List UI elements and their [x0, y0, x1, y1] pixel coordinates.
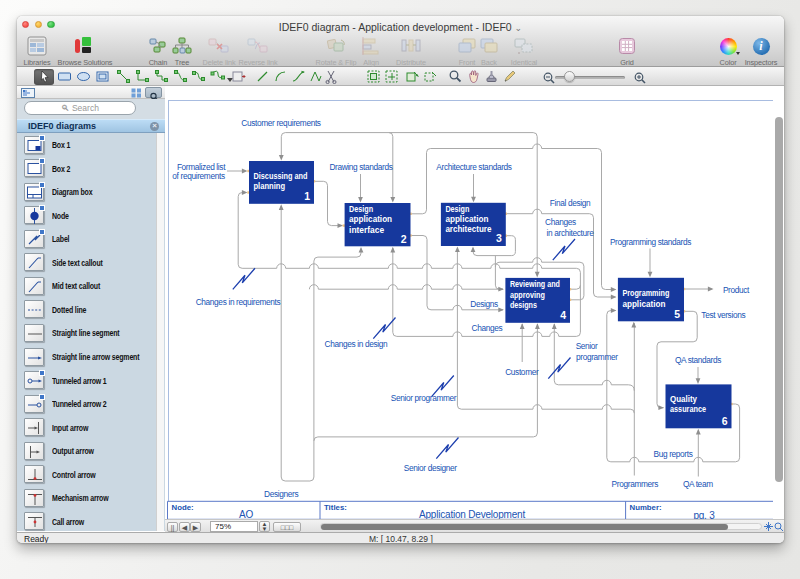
svg-text:Designs: Designs — [470, 299, 498, 309]
svg-text:Design: Design — [445, 204, 469, 214]
svg-text:Programming: Programming — [622, 288, 669, 298]
svg-text:Discussing and: Discussing and — [254, 171, 308, 181]
svg-text:QA standards: QA standards — [675, 355, 721, 365]
svg-text:programmer: programmer — [576, 352, 618, 362]
svg-text:application: application — [622, 299, 665, 309]
svg-text:1: 1 — [304, 190, 310, 202]
svg-text:Reviewing and: Reviewing and — [510, 279, 560, 289]
svg-text:architecture: architecture — [445, 224, 491, 234]
svg-text:6: 6 — [722, 415, 728, 427]
svg-text:Product: Product — [723, 285, 750, 295]
svg-text:Application Development: Application Development — [419, 509, 525, 519]
svg-text:Changes in requirements: Changes in requirements — [196, 297, 281, 307]
svg-text:Drawing standards: Drawing standards — [329, 162, 392, 172]
svg-text:designs: designs — [510, 300, 537, 310]
svg-text:Test versions: Test versions — [701, 310, 745, 320]
svg-text:Designers: Designers — [264, 489, 298, 499]
svg-text:application: application — [445, 214, 488, 224]
svg-text:5: 5 — [674, 308, 680, 320]
svg-text:Senior designer: Senior designer — [404, 463, 457, 473]
svg-text:2: 2 — [401, 233, 407, 245]
svg-text:Programmers: Programmers — [612, 479, 659, 489]
svg-text:planning: planning — [254, 181, 286, 191]
svg-text:Quality: Quality — [670, 394, 698, 404]
svg-text:assurance: assurance — [670, 404, 706, 414]
svg-text:Number:: Number: — [630, 503, 662, 512]
svg-text:Changes in design: Changes in design — [325, 339, 389, 349]
svg-text:Final design: Final design — [550, 198, 591, 208]
svg-text:Bug reports: Bug reports — [653, 449, 692, 459]
svg-text:Architecture standards: Architecture standards — [436, 162, 512, 172]
svg-text:Senior programmer: Senior programmer — [391, 393, 457, 403]
svg-text:Changes: Changes — [472, 323, 503, 333]
svg-text:Senior: Senior — [576, 341, 598, 351]
svg-text:approving: approving — [510, 290, 545, 300]
svg-text:interface: interface — [349, 225, 384, 235]
svg-text:Customer requirements: Customer requirements — [241, 118, 321, 128]
svg-text:pg. 3: pg. 3 — [693, 510, 715, 519]
svg-text:in architecture: in architecture — [547, 228, 595, 238]
svg-text:Programming standards: Programming standards — [610, 237, 691, 247]
svg-text:3: 3 — [496, 232, 502, 244]
svg-text:AO: AO — [239, 509, 253, 519]
svg-text:Changes: Changes — [545, 217, 576, 227]
svg-text:Customer: Customer — [505, 367, 539, 377]
svg-text:QA team: QA team — [683, 479, 713, 489]
svg-text:application: application — [349, 214, 392, 224]
svg-text:Titles:: Titles: — [324, 503, 347, 512]
svg-text:of requirements: of requirements — [172, 171, 225, 181]
svg-text:4: 4 — [560, 309, 566, 321]
svg-text:Node:: Node: — [172, 503, 194, 512]
svg-text:Design: Design — [349, 204, 373, 214]
